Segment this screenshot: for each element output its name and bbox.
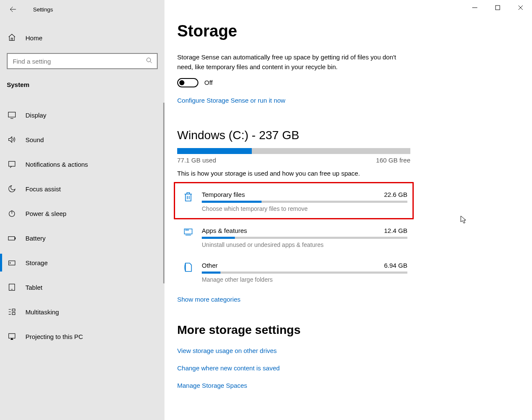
- drive-used-label: 77.1 GB used: [177, 157, 216, 164]
- search-icon: [146, 57, 153, 65]
- sidebar-item-power[interactable]: Power & sleep: [0, 201, 164, 226]
- change-save-location-link[interactable]: Change where new content is saved: [177, 364, 532, 372]
- manage-storage-spaces-link[interactable]: Manage Storage Spaces: [177, 382, 532, 389]
- projecting-icon: [8, 332, 16, 340]
- category-sub: Uninstall unused or undesired apps & fea…: [202, 241, 407, 248]
- maximize-icon: [495, 5, 500, 10]
- category-size: 22.6 GB: [384, 191, 407, 198]
- focus-icon: [8, 185, 16, 193]
- storage-sense-desc: Storage Sense can automatically free up …: [177, 52, 406, 72]
- search-wrap: [7, 53, 158, 69]
- toggle-knob: [179, 80, 184, 85]
- svg-rect-1: [8, 112, 16, 117]
- view-other-drives-link[interactable]: View storage usage on other drives: [177, 347, 532, 354]
- search-input[interactable]: [7, 53, 158, 69]
- sidebar-item-tablet[interactable]: Tablet: [0, 275, 164, 300]
- category-name: Other: [202, 262, 218, 269]
- svg-rect-4: [8, 237, 15, 240]
- trash-icon: [182, 191, 194, 203]
- sidebar-item-label: Tablet: [25, 284, 42, 291]
- sidebar-item-multitask[interactable]: Multitasking: [0, 300, 164, 324]
- sidebar-item-storage[interactable]: Storage: [0, 250, 164, 275]
- storage-sense-toggle[interactable]: [177, 78, 198, 87]
- home-label: Home: [25, 34, 42, 42]
- more-links: View storage usage on other drives Chang…: [177, 347, 532, 389]
- home-nav[interactable]: Home: [0, 26, 164, 50]
- other-icon: [182, 262, 194, 273]
- minimize-button[interactable]: [463, 0, 486, 15]
- app-title: Settings: [21, 6, 53, 13]
- main: Storage Storage Sense can automatically …: [164, 0, 532, 420]
- category-bar: [202, 272, 407, 274]
- sidebar-item-projecting[interactable]: Projecting to this PC: [0, 324, 164, 340]
- drive-usage-fill: [177, 148, 252, 154]
- svg-point-17: [187, 230, 187, 230]
- back-button[interactable]: [4, 1, 21, 18]
- battery-icon: [8, 234, 16, 242]
- sound-icon: [8, 135, 16, 144]
- power-icon: [8, 209, 16, 218]
- category-list: Temporary files 22.6 GB Choose which tem…: [177, 182, 412, 289]
- sidebar-item-label: Focus assist: [25, 185, 61, 193]
- category-size: 6.94 GB: [384, 262, 407, 269]
- arrow-left-icon: [9, 6, 17, 13]
- sidebar-item-label: Power & sleep: [25, 210, 67, 217]
- category-name: Temporary files: [202, 191, 245, 198]
- category-other[interactable]: Other 6.94 GB Manage other large folders: [177, 254, 412, 289]
- sidebar-item-label: Multitasking: [25, 308, 59, 316]
- drive-title: Windows (C:) - 237 GB: [177, 129, 532, 142]
- svg-rect-11: [9, 333, 15, 338]
- sidebar-item-notifications[interactable]: Notifications & actions: [0, 152, 164, 176]
- titlebar: Settings: [0, 0, 164, 19]
- sidebar-item-focus[interactable]: Focus assist: [0, 176, 164, 201]
- window-controls: [463, 0, 532, 15]
- sidebar-item-label: Storage: [25, 259, 48, 266]
- notifications-icon: [8, 160, 16, 168]
- sidebar-item-battery[interactable]: Battery: [0, 226, 164, 250]
- close-icon: [518, 5, 523, 10]
- category-bar-fill: [202, 272, 220, 274]
- minimize-icon: [472, 5, 477, 10]
- apps-icon: [182, 227, 194, 236]
- sidebar-item-label: Sound: [25, 136, 44, 143]
- page-title: Storage: [177, 22, 532, 40]
- svg-point-0: [147, 58, 150, 62]
- category-apps-features[interactable]: Apps & features 12.4 GB Uninstall unused…: [177, 219, 412, 254]
- svg-rect-5: [15, 238, 16, 239]
- configure-storage-link[interactable]: Configure Storage Sense or run it now: [177, 97, 285, 104]
- category-sub: Manage other large folders: [202, 276, 407, 283]
- toggle-state-label: Off: [204, 79, 213, 86]
- drive-usage-desc: This is how your storage is used and how…: [177, 170, 532, 177]
- close-button[interactable]: [509, 0, 532, 15]
- drive-usage-bar: [177, 148, 410, 154]
- display-icon: [8, 111, 16, 119]
- svg-rect-9: [12, 309, 15, 311]
- section-label: System: [0, 77, 164, 93]
- tablet-icon: [8, 283, 16, 291]
- svg-point-18: [188, 230, 188, 230]
- svg-rect-10: [12, 313, 15, 315]
- nav-list: Display Sound Notifications & actions Fo…: [0, 103, 164, 340]
- more-settings-heading: More storage settings: [177, 323, 532, 337]
- cursor-icon: [460, 216, 467, 224]
- category-bar: [202, 201, 407, 203]
- sidebar-item-display[interactable]: Display: [0, 103, 164, 127]
- sidebar-item-label: Display: [25, 112, 46, 119]
- sidebar-item-label: Notifications & actions: [25, 161, 88, 168]
- storage-icon: [8, 258, 16, 267]
- multitask-icon: [8, 308, 16, 316]
- storage-sense-toggle-row: Off: [177, 78, 532, 87]
- svg-rect-14: [496, 6, 500, 10]
- sidebar-item-label: Projecting to this PC: [25, 333, 83, 340]
- category-sub: Choose which temporary files to remove: [202, 205, 407, 212]
- maximize-button[interactable]: [486, 0, 509, 15]
- category-bar-fill: [202, 237, 235, 239]
- sidebar-item-label: Battery: [25, 235, 46, 242]
- category-temporary-files[interactable]: Temporary files 22.6 GB Choose which tem…: [174, 182, 414, 219]
- svg-point-16: [186, 230, 186, 230]
- show-more-categories-link[interactable]: Show more categories: [177, 296, 240, 303]
- svg-point-7: [10, 263, 11, 263]
- category-bar: [202, 237, 407, 239]
- drive-stats: 77.1 GB used 160 GB free: [177, 157, 410, 164]
- sidebar-item-sound[interactable]: Sound: [0, 127, 164, 152]
